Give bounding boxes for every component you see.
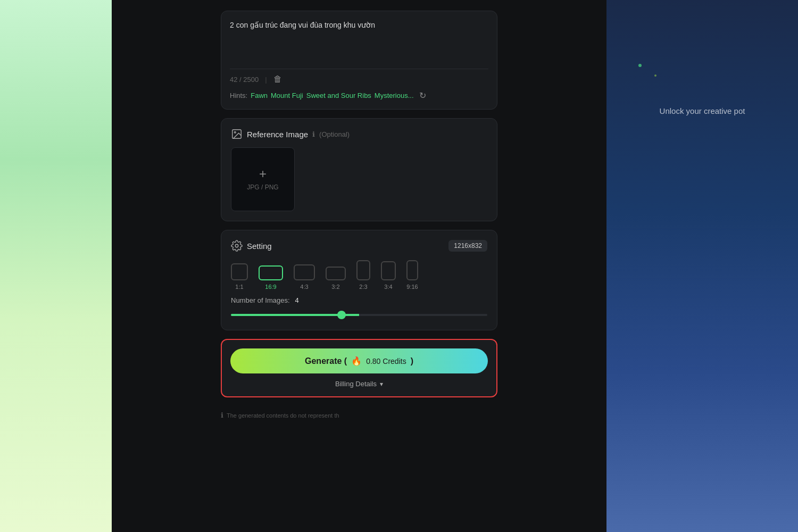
images-count: 4 <box>295 296 299 304</box>
billing-label: Billing Details <box>335 380 377 388</box>
left-sidebar <box>0 0 112 532</box>
divider: | <box>265 76 267 84</box>
upload-format: JPG / PNG <box>247 184 278 191</box>
ratio-box-2-3 <box>356 260 370 280</box>
ratio-label-3-2: 3:2 <box>331 284 339 290</box>
images-row: Number of Images: 4 <box>231 296 487 304</box>
reference-title: Reference Image <box>247 130 308 139</box>
disclaimer-text: The generated contents do not represent … <box>227 412 339 419</box>
svg-point-1 <box>234 131 236 133</box>
ratio-4-3[interactable]: 4:3 <box>294 264 315 290</box>
char-count: 42 / 2500 <box>230 76 259 84</box>
setting-title: Setting <box>247 242 272 251</box>
ratio-16-9[interactable]: 16:9 <box>259 265 283 290</box>
generate-button[interactable]: Generate ( 🔥 0.80 Credits ) <box>230 348 488 373</box>
star-dot-2 <box>654 74 656 77</box>
ratio-box-4-3 <box>294 264 315 280</box>
resolution-badge: 1216x832 <box>448 240 487 252</box>
ratio-label-9-16: 9:16 <box>406 284 418 290</box>
credits-text: 0.80 Credits <box>366 357 406 365</box>
hint-tag-mysterious[interactable]: Mysterious... <box>375 92 414 99</box>
upload-box[interactable]: + JPG / PNG <box>231 147 295 211</box>
star-dot-1 <box>638 64 642 67</box>
reference-header: Reference Image ℹ (Optional) <box>231 128 487 140</box>
info-circle-icon: ℹ <box>221 411 223 419</box>
ratio-box-16-9 <box>259 265 283 280</box>
ratio-2-3[interactable]: 2:3 <box>356 260 370 290</box>
prompt-text[interactable]: 2 con gấu trúc đang vui đùa trong khu vư… <box>230 20 488 62</box>
reference-image-icon <box>231 128 243 140</box>
ratio-box-1-1 <box>231 263 248 280</box>
prompt-section: 2 con gấu trúc đang vui đùa trong khu vư… <box>221 11 497 110</box>
generate-section: Generate ( 🔥 0.80 Credits ) Billing Deta… <box>221 339 497 397</box>
hint-tag-fawn[interactable]: Fawn <box>251 92 268 99</box>
ratio-box-3-4 <box>381 261 396 280</box>
ratio-9-16[interactable]: 9:16 <box>406 260 418 290</box>
main-content: 2 con gấu trúc đang vui đùa trong khu vư… <box>112 0 606 532</box>
info-icon[interactable]: ℹ <box>312 130 315 138</box>
prompt-footer: 42 / 2500 | 🗑 <box>230 69 488 84</box>
ratio-3-2[interactable]: 3:2 <box>326 267 346 290</box>
setting-header: Setting 1216x832 <box>231 240 487 252</box>
hint-tag-ribs[interactable]: Sweet and Sour Ribs <box>306 92 371 99</box>
right-sidebar: Unlock your creative pot <box>606 0 798 532</box>
ratio-label-3-4: 3:4 <box>384 284 392 290</box>
refresh-icon[interactable]: ↻ <box>419 90 426 101</box>
trash-icon[interactable]: 🗑 <box>273 74 282 84</box>
slider-container <box>231 309 487 318</box>
ratio-box-3-2 <box>326 267 346 280</box>
upload-plus-icon: + <box>259 168 267 180</box>
ratio-label-1-1: 1:1 <box>235 284 243 290</box>
hint-tag-fuji[interactable]: Mount Fuji <box>271 92 303 99</box>
ratio-1-1[interactable]: 1:1 <box>231 263 248 290</box>
ratio-3-4[interactable]: 3:4 <box>381 261 396 290</box>
ratio-label-4-3: 4:3 <box>300 284 308 290</box>
fire-icon: 🔥 <box>351 356 362 366</box>
generate-close-paren: ) <box>411 356 413 366</box>
hints-label: Hints: <box>230 92 247 99</box>
ratio-label-2-3: 2:3 <box>359 284 367 290</box>
setting-section: Setting 1216x832 1:1 16:9 4:3 <box>221 230 497 330</box>
unlock-text: Unlock your creative pot <box>660 106 745 115</box>
images-slider[interactable] <box>231 314 487 316</box>
generate-label: Generate ( <box>305 356 347 366</box>
setting-icon <box>231 240 243 252</box>
chevron-down-icon: ▾ <box>380 380 383 388</box>
ratio-box-9-16 <box>406 260 418 280</box>
reference-section: Reference Image ℹ (Optional) + JPG / PNG <box>221 118 497 221</box>
billing-row[interactable]: Billing Details ▾ <box>230 380 488 388</box>
hints-row: Hints: Fawn Mount Fuji Sweet and Sour Ri… <box>230 90 488 101</box>
svg-point-2 <box>235 244 238 247</box>
aspect-ratios: 1:1 16:9 4:3 3:2 <box>231 260 487 290</box>
optional-label: (Optional) <box>319 130 350 138</box>
ratio-label-16-9: 16:9 <box>265 284 276 290</box>
disclaimer-row: ℹ The generated contents do not represen… <box>221 406 497 425</box>
center-panel: 2 con gấu trúc đang vui đùa trong khu vư… <box>221 0 497 425</box>
images-label: Number of Images: <box>231 296 290 304</box>
